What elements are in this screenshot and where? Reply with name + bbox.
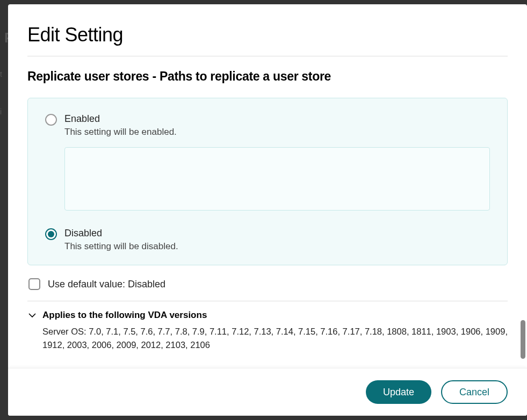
scrollbar-thumb[interactable] [521, 320, 525, 359]
chevron-down-icon [27, 310, 37, 320]
radio-label: Enabled [64, 113, 490, 125]
radio-body: Disabled This setting will be disabled. [64, 228, 490, 252]
radio-desc: This setting will be enabled. [64, 127, 490, 137]
use-default-row[interactable]: Use default value: Disabled [27, 275, 508, 301]
radio-option-enabled[interactable]: Enabled This setting will be enabled. [45, 113, 490, 213]
cancel-button[interactable]: Cancel [441, 380, 508, 404]
modal-body: Edit Setting Replicate user stores - Pat… [8, 4, 527, 368]
vda-section-title: Applies to the following VDA versions [42, 310, 207, 321]
modal-footer: Update Cancel [8, 368, 527, 416]
bg-fragment: i [0, 107, 2, 116]
edit-setting-modal: Edit Setting Replicate user stores - Pat… [8, 4, 527, 416]
modal-title: Edit Setting [27, 24, 508, 46]
use-default-label: Use default value: Disabled [48, 279, 165, 290]
radio-label: Disabled [64, 228, 490, 239]
radio-body: Enabled This setting will be enabled. [64, 113, 490, 213]
radio-option-disabled[interactable]: Disabled This setting will be disabled. [45, 228, 490, 252]
option-panel: Enabled This setting will be enabled. Di… [27, 98, 508, 265]
radio-desc: This setting will be disabled. [64, 241, 490, 252]
divider [27, 301, 508, 301]
bg-fragment: t [0, 70, 2, 78]
divider [27, 56, 508, 56]
vda-versions-toggle[interactable]: Applies to the following VDA versions [27, 309, 508, 325]
radio-icon[interactable] [45, 228, 57, 240]
paths-textarea[interactable] [64, 147, 490, 211]
radio-icon[interactable] [45, 114, 57, 126]
setting-name: Replicate user stores - Paths to replica… [27, 69, 508, 84]
checkbox-icon[interactable] [28, 278, 40, 290]
vda-versions-list: Server OS: 7.0, 7.1, 7.5, 7.6, 7.7, 7.8,… [27, 325, 508, 356]
update-button[interactable]: Update [366, 380, 431, 404]
